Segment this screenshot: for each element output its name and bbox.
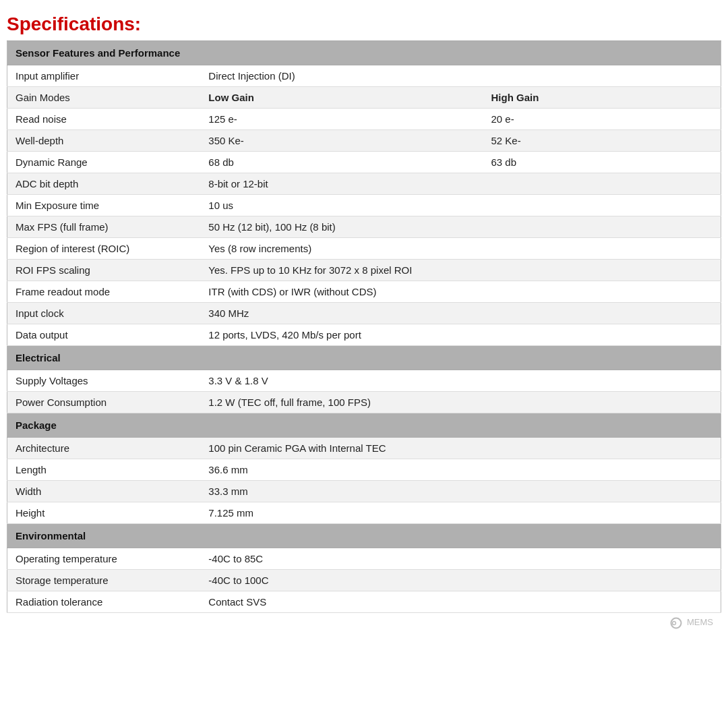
table-row: Power Consumption1.2 W (TEC off, full fr… — [7, 392, 721, 413]
row-value2 — [483, 570, 721, 591]
row-label: Dynamic Range — [7, 152, 201, 173]
row-label: Input amplifier — [7, 65, 201, 87]
table-row: Region of interest (ROIC)Yes (8 row incr… — [7, 238, 721, 260]
table-row: Gain ModesLow GainHigh Gain — [7, 87, 721, 109]
row-value1: 36.6 mm — [200, 459, 483, 481]
row-value1: Yes (8 row increments) — [200, 238, 483, 260]
specs-table: Sensor Features and PerformanceInput amp… — [7, 40, 721, 613]
row-value2 — [483, 303, 721, 324]
table-row: Supply Voltages3.3 V & 1.8 V — [7, 370, 721, 392]
row-label: Storage temperature — [7, 570, 201, 591]
row-value2 — [483, 459, 721, 481]
row-value2 — [483, 238, 721, 260]
section-header-environmental: Environmental — [7, 524, 721, 548]
row-value1: -40C to 85C — [200, 548, 483, 570]
row-value1: ITR (with CDS) or IWR (without CDS) — [200, 281, 483, 303]
table-row: Max FPS (full frame)50 Hz (12 bit), 100 … — [7, 216, 721, 238]
row-label: Width — [7, 481, 201, 502]
row-value1: 50 Hz (12 bit), 100 Hz (8 bit) — [200, 216, 483, 238]
row-value2 — [483, 438, 721, 459]
row-label: Max FPS (full frame) — [7, 216, 201, 238]
row-value2 — [483, 392, 721, 413]
row-label: Frame readout mode — [7, 281, 201, 303]
row-value2 — [483, 370, 721, 392]
row-value2 — [483, 173, 721, 195]
row-value1: 8-bit or 12-bit — [200, 173, 483, 195]
watermark-text: MEMS — [687, 617, 713, 627]
row-value2 — [483, 216, 721, 238]
row-label: ADC bit depth — [7, 173, 201, 195]
row-value2 — [483, 591, 721, 613]
row-value1: 10 us — [200, 195, 483, 216]
row-label: Height — [7, 502, 201, 524]
row-value2: 20 e- — [483, 109, 721, 130]
row-value1: 340 MHz — [200, 303, 483, 324]
table-row: Well-depth350 Ke-52 Ke- — [7, 130, 721, 152]
row-value1: 100 pin Ceramic PGA with Internal TEC — [200, 438, 483, 459]
row-label: Power Consumption — [7, 392, 201, 413]
row-label: Min Exposure time — [7, 195, 201, 216]
row-label: Supply Voltages — [7, 370, 201, 392]
row-label: Region of interest (ROIC) — [7, 238, 201, 260]
page-title: Specifications: — [7, 13, 721, 35]
row-label: Input clock — [7, 303, 201, 324]
watermark-icon — [670, 617, 682, 629]
row-value2 — [483, 481, 721, 502]
section-header-electrical: Electrical — [7, 346, 721, 370]
row-label: Read noise — [7, 109, 201, 130]
row-label: Architecture — [7, 438, 201, 459]
table-row: Input amplifierDirect Injection (DI) — [7, 65, 721, 87]
row-value2: High Gain — [483, 87, 721, 109]
table-row: Data output12 ports, LVDS, 420 Mb/s per … — [7, 324, 721, 346]
row-value2: 63 db — [483, 152, 721, 173]
row-value1: 1.2 W (TEC off, full frame, 100 FPS) — [200, 392, 483, 413]
row-value2 — [483, 281, 721, 303]
section-header-sensor: Sensor Features and Performance — [7, 41, 721, 65]
row-label: Well-depth — [7, 130, 201, 152]
row-value1: 7.125 mm — [200, 502, 483, 524]
row-value2 — [483, 502, 721, 524]
row-label: Length — [7, 459, 201, 481]
row-value1: Low Gain — [200, 87, 483, 109]
row-value1: 350 Ke- — [200, 130, 483, 152]
svg-point-1 — [673, 622, 676, 625]
table-row: ADC bit depth8-bit or 12-bit — [7, 173, 721, 195]
table-row: Dynamic Range68 db63 db — [7, 152, 721, 173]
row-value2 — [483, 260, 721, 281]
row-value2 — [483, 548, 721, 570]
watermark: MEMS — [7, 613, 721, 631]
row-value1: Yes. FPS up to 10 KHz for 3072 x 8 pixel… — [200, 260, 483, 281]
row-value1: 33.3 mm — [200, 481, 483, 502]
row-value1: 68 db — [200, 152, 483, 173]
table-row: Width33.3 mm — [7, 481, 721, 502]
table-row: Radiation toleranceContact SVS — [7, 591, 721, 613]
table-row: Min Exposure time10 us — [7, 195, 721, 216]
row-value2 — [483, 195, 721, 216]
table-row: Frame readout modeITR (with CDS) or IWR … — [7, 281, 721, 303]
row-value2: 52 Ke- — [483, 130, 721, 152]
row-value2 — [483, 324, 721, 346]
row-value1: -40C to 100C — [200, 570, 483, 591]
row-label: Data output — [7, 324, 201, 346]
table-row: Input clock340 MHz — [7, 303, 721, 324]
table-row: Height7.125 mm — [7, 502, 721, 524]
row-value2 — [483, 65, 721, 87]
row-value1: Contact SVS — [200, 591, 483, 613]
table-row: Length36.6 mm — [7, 459, 721, 481]
row-value1: 3.3 V & 1.8 V — [200, 370, 483, 392]
table-row: Operating temperature-40C to 85C — [7, 548, 721, 570]
table-row: Read noise125 e-20 e- — [7, 109, 721, 130]
row-label: ROI FPS scaling — [7, 260, 201, 281]
row-value1: Direct Injection (DI) — [200, 65, 483, 87]
row-label: Gain Modes — [7, 87, 201, 109]
table-row: ROI FPS scalingYes. FPS up to 10 KHz for… — [7, 260, 721, 281]
row-value1: 125 e- — [200, 109, 483, 130]
table-row: Storage temperature-40C to 100C — [7, 570, 721, 591]
table-row: Architecture100 pin Ceramic PGA with Int… — [7, 438, 721, 459]
row-value1: 12 ports, LVDS, 420 Mb/s per port — [200, 324, 483, 346]
row-label: Radiation tolerance — [7, 591, 201, 613]
section-header-package: Package — [7, 413, 721, 438]
row-label: Operating temperature — [7, 548, 201, 570]
